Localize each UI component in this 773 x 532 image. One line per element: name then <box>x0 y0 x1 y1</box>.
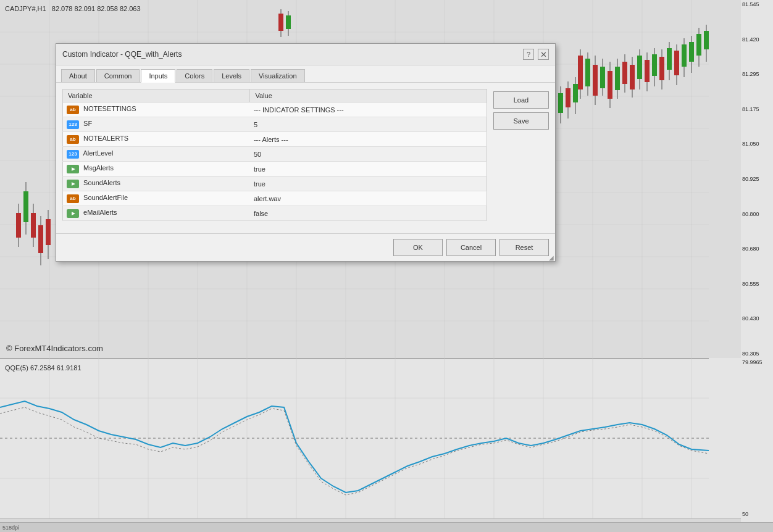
help-button[interactable]: ? <box>523 49 534 60</box>
var-value[interactable]: alert.wav <box>250 191 487 206</box>
table-row: ▶ eMailAlerts false <box>63 206 487 221</box>
table-row: ▶ SoundAlerts true <box>63 177 487 191</box>
content-row: Variable Value ab NOTESETTINGS --- INDIC… <box>62 89 549 227</box>
dialog-title: Custom Indicator - QQE_with_Alerts <box>62 50 182 59</box>
load-button[interactable]: Load <box>493 91 549 109</box>
dialog-footer: OK Cancel Reset <box>56 233 555 261</box>
var-name: SoundAlerts <box>83 179 120 186</box>
col-value: Value <box>250 89 487 102</box>
dialog-content: Variable Value ab NOTESETTINGS --- INDIC… <box>56 83 555 233</box>
tab-inputs[interactable]: Inputs <box>141 69 175 83</box>
resize-grip[interactable]: ◢ <box>548 254 555 261</box>
var-name: SoundAlertFile <box>83 194 128 201</box>
tab-colors[interactable]: Colors <box>177 69 212 82</box>
tab-about[interactable]: About <box>61 69 95 82</box>
table-row: ab SoundAlertFile alert.wav <box>63 191 487 206</box>
icon-green: ▶ <box>67 165 79 173</box>
dialog-overlay: Custom Indicator - QQE_with_Alerts ? ✕ A… <box>0 0 773 532</box>
icon-123: 123 <box>67 120 79 129</box>
var-value[interactable]: true <box>250 162 487 177</box>
params-table: Variable Value ab NOTESETTINGS --- INDIC… <box>62 89 487 221</box>
var-name: AlertLevel <box>83 149 113 157</box>
var-value[interactable]: --- Alerts --- <box>250 132 487 147</box>
var-name: MsgAlerts <box>83 164 114 172</box>
params-section: Variable Value ab NOTESETTINGS --- INDIC… <box>62 89 487 227</box>
table-row: 123 AlertLevel 50 <box>63 147 487 162</box>
icon-ab: ab <box>67 106 79 114</box>
load-save-section: Load Save <box>493 89 549 227</box>
close-button[interactable]: ✕ <box>538 49 549 60</box>
table-row: ▶ MsgAlerts true <box>63 162 487 177</box>
tab-levels[interactable]: Levels <box>214 69 249 82</box>
icon-ab: ab <box>67 135 79 144</box>
dialog-controls: ? ✕ <box>523 49 549 60</box>
icon-green: ▶ <box>67 180 79 188</box>
table-row: ab NOTEALERTS --- Alerts --- <box>63 132 487 147</box>
dialog-titlebar: Custom Indicator - QQE_with_Alerts ? ✕ <box>56 44 555 65</box>
var-value[interactable]: 5 <box>250 117 487 132</box>
var-name: NOTEALERTS <box>83 135 128 142</box>
reset-button[interactable]: Reset <box>499 239 549 256</box>
icon-ab: ab <box>67 194 79 203</box>
tab-bar: About Common Inputs Colors Levels Visual… <box>56 65 555 83</box>
var-name: SF <box>83 120 92 127</box>
var-value[interactable]: true <box>250 177 487 191</box>
var-value[interactable]: 50 <box>250 147 487 162</box>
var-name: NOTESETTINGS <box>83 105 136 112</box>
ok-button[interactable]: OK <box>393 239 443 256</box>
table-row: 123 SF 5 <box>63 117 487 132</box>
dialog: Custom Indicator - QQE_with_Alerts ? ✕ A… <box>56 43 556 262</box>
var-name: eMailAlerts <box>83 209 117 216</box>
save-button[interactable]: Save <box>493 112 549 130</box>
col-variable: Variable <box>63 89 250 102</box>
var-value[interactable]: false <box>250 206 487 221</box>
table-row: ab NOTESETTINGS --- INDICATOR SETTINGS -… <box>63 102 487 117</box>
cancel-button[interactable]: Cancel <box>446 239 496 256</box>
tab-visualization[interactable]: Visualization <box>251 69 305 82</box>
icon-123: 123 <box>67 150 79 159</box>
var-value[interactable]: --- INDICATOR SETTINGS --- <box>250 102 487 117</box>
icon-green: ▶ <box>67 209 79 218</box>
tab-common[interactable]: Common <box>96 69 140 82</box>
